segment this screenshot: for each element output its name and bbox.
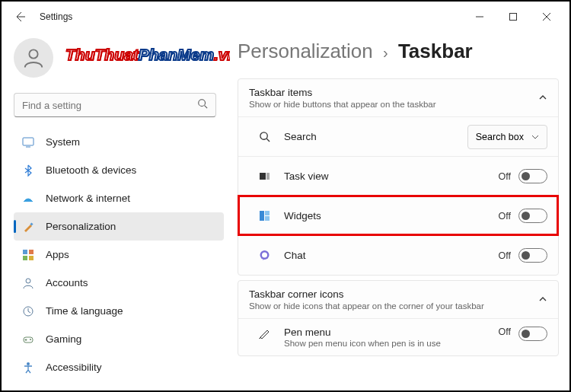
chevron-up-icon [538,293,547,307]
row-label: Pen menu [284,327,499,338]
svg-point-21 [260,132,266,139]
search-input[interactable] [14,93,216,117]
svg-rect-23 [260,173,266,180]
sidebar-item-accessibility[interactable]: Accessibility [14,353,224,381]
section-subtitle: Show or hide icons that appear on the co… [249,301,484,311]
network-icon [21,192,35,206]
maximize-button[interactable] [496,5,530,28]
accessibility-icon [21,361,35,374]
sidebar-item-label: Gaming [46,333,81,345]
accounts-icon [21,276,35,290]
svg-point-5 [199,100,206,107]
widgets-toggle[interactable] [518,209,547,223]
svg-rect-13 [29,256,33,260]
sidebar-item-bluetooth[interactable]: Bluetooth & devices [14,156,224,184]
pen-toggle[interactable] [518,327,547,341]
svg-point-20 [27,362,30,365]
sidebar-item-label: Bluetooth & devices [46,164,136,176]
svg-rect-11 [29,250,33,254]
sidebar-item-label: Network & internet [46,193,130,204]
sidebar-item-accounts[interactable]: Accounts [14,269,224,297]
taskview-toggle[interactable] [518,169,547,183]
sidebar-item-label: System [46,136,80,148]
user-row: ThuThuatPhanMem.vn [14,33,224,82]
toggle-state: Off [499,171,511,182]
svg-rect-25 [260,211,264,221]
sidebar-item-system[interactable]: System [14,128,224,156]
close-button[interactable] [530,5,563,28]
personalization-icon [21,220,35,234]
widgets-icon [258,210,270,222]
toggle-state: Off [499,211,511,221]
taskbar-corner-section: Taskbar corner icons Show or hide icons … [238,280,559,356]
apps-icon [21,248,35,262]
taskbar-items-section: Taskbar items Show or hide buttons that … [238,78,559,276]
main-panel: Personalization › Taskbar Taskbar items … [230,32,569,392]
sidebar-item-label: Time & language [46,305,123,317]
gaming-icon [21,333,35,346]
chat-toggle[interactable] [518,248,547,263]
svg-point-4 [29,49,37,58]
svg-rect-12 [23,256,27,260]
svg-point-29 [262,253,267,258]
chat-icon [258,250,270,262]
svg-rect-7 [23,138,33,145]
window-title: Settings [40,11,72,22]
titlebar: Settings [2,2,569,32]
row-label: Chat [284,250,499,261]
search-dropdown[interactable]: Search box [467,125,547,149]
svg-point-14 [26,279,30,283]
svg-line-22 [266,139,270,142]
search-field[interactable] [22,100,197,111]
taskview-icon [258,171,270,183]
nav-list: System Bluetooth & devices Network & int… [14,128,224,381]
svg-point-17 [30,339,31,340]
row-label: Widgets [284,210,499,221]
row-label: Task view [284,171,499,182]
time-icon [21,304,35,318]
avatar[interactable] [14,38,53,78]
section-header[interactable]: Taskbar corner icons Show or hide icons … [238,281,558,318]
sidebar-item-label: Apps [46,249,69,260]
sidebar-item-apps[interactable]: Apps [14,241,224,269]
section-title: Taskbar corner icons [249,288,484,300]
minimize-button[interactable] [463,5,496,28]
sidebar-item-personalization[interactable]: Personalization [14,212,224,241]
pen-icon [258,327,270,339]
svg-rect-27 [265,216,270,221]
section-subtitle: Show or hide buttons that appear on the … [249,100,436,109]
svg-rect-26 [265,211,270,215]
sidebar-item-label: Personalization [46,221,116,232]
search-icon [197,98,208,112]
sidebar-item-time[interactable]: Time & language [14,297,224,325]
breadcrumb-current: Taskbar [398,40,473,62]
breadcrumb: Personalization › Taskbar [238,40,559,63]
sidebar-item-label: Accounts [46,277,88,288]
row-widgets: Widgets Off [238,196,558,235]
svg-rect-10 [23,250,27,254]
search-icon [258,131,270,143]
toggle-state: Off [499,250,511,261]
sidebar: ThuThuatPhanMem.vn System Bluetooth & de… [2,32,230,392]
chevron-up-icon [538,91,547,105]
breadcrumb-parent[interactable]: Personalization [238,40,373,62]
sidebar-item-network[interactable]: Network & internet [14,184,224,212]
svg-line-6 [205,106,208,109]
svg-rect-1 [510,14,517,21]
watermark: ThuThuatPhanMem.vn [65,46,230,64]
system-icon [21,135,35,149]
sidebar-item-gaming[interactable]: Gaming [14,325,224,353]
bluetooth-icon [21,164,35,177]
row-sublabel: Show pen menu icon when pen is in use [284,339,499,348]
toggle-state: Off [499,327,511,337]
row-label: Search [284,131,467,142]
row-chat: Chat Off [238,235,558,275]
chevron-down-icon [531,133,539,141]
section-header[interactable]: Taskbar items Show or hide buttons that … [238,79,558,116]
section-title: Taskbar items [249,87,436,98]
row-pen-menu: Pen menu Show pen menu icon when pen is … [238,318,558,355]
row-search: Search Search box [238,116,558,156]
back-button[interactable] [11,8,29,26]
sidebar-item-label: Accessibility [46,362,102,373]
svg-rect-24 [266,173,270,180]
